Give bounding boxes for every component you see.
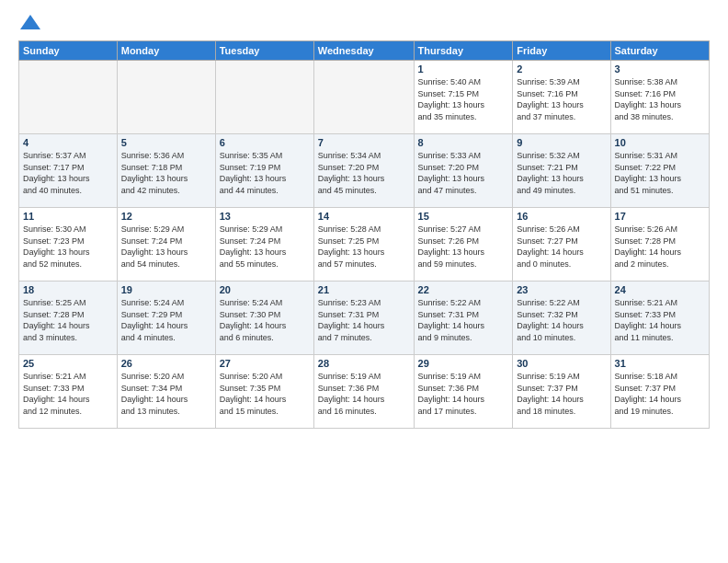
day-number: 20 xyxy=(220,284,310,295)
day-number: 23 xyxy=(517,284,606,295)
day-number: 14 xyxy=(318,211,410,222)
day-info: Sunrise: 5:39 AM Sunset: 7:16 PM Dayligh… xyxy=(517,76,606,122)
calendar-cell xyxy=(117,61,215,134)
week-row-4: 18Sunrise: 5:25 AM Sunset: 7:28 PM Dayli… xyxy=(19,282,710,355)
calendar: SundayMondayTuesdayWednesdayThursdayFrid… xyxy=(18,40,710,429)
week-row-1: 1Sunrise: 5:40 AM Sunset: 7:15 PM Daylig… xyxy=(19,61,710,134)
day-info: Sunrise: 5:21 AM Sunset: 7:33 PM Dayligh… xyxy=(23,371,113,417)
day-number: 4 xyxy=(23,137,113,148)
calendar-cell: 30Sunrise: 5:19 AM Sunset: 7:37 PM Dayli… xyxy=(513,355,610,429)
calendar-cell: 11Sunrise: 5:30 AM Sunset: 7:23 PM Dayli… xyxy=(19,208,118,282)
calendar-cell: 9Sunrise: 5:32 AM Sunset: 7:21 PM Daylig… xyxy=(513,134,610,208)
logo xyxy=(18,15,40,33)
day-info: Sunrise: 5:19 AM Sunset: 7:36 PM Dayligh… xyxy=(418,371,509,417)
day-info: Sunrise: 5:21 AM Sunset: 7:33 PM Dayligh… xyxy=(615,297,705,343)
calendar-cell: 5Sunrise: 5:36 AM Sunset: 7:18 PM Daylig… xyxy=(117,134,215,208)
calendar-cell: 19Sunrise: 5:24 AM Sunset: 7:29 PM Dayli… xyxy=(117,282,215,355)
weekday-header-sunday: Sunday xyxy=(19,41,118,61)
day-info: Sunrise: 5:18 AM Sunset: 7:37 PM Dayligh… xyxy=(615,371,705,417)
day-info: Sunrise: 5:34 AM Sunset: 7:20 PM Dayligh… xyxy=(318,150,410,196)
day-number: 18 xyxy=(23,284,113,295)
calendar-cell: 31Sunrise: 5:18 AM Sunset: 7:37 PM Dayli… xyxy=(610,355,709,429)
day-info: Sunrise: 5:38 AM Sunset: 7:16 PM Dayligh… xyxy=(615,76,705,122)
day-number: 3 xyxy=(615,63,705,75)
day-info: Sunrise: 5:30 AM Sunset: 7:23 PM Dayligh… xyxy=(23,224,113,270)
calendar-cell: 29Sunrise: 5:19 AM Sunset: 7:36 PM Dayli… xyxy=(414,355,513,429)
weekday-header-row: SundayMondayTuesdayWednesdayThursdayFrid… xyxy=(19,41,710,61)
day-number: 16 xyxy=(517,211,606,222)
logo-icon xyxy=(18,15,40,33)
day-number: 25 xyxy=(23,358,113,369)
calendar-cell: 27Sunrise: 5:20 AM Sunset: 7:35 PM Dayli… xyxy=(215,355,313,429)
day-number: 15 xyxy=(418,211,509,222)
day-number: 28 xyxy=(318,358,410,369)
calendar-cell: 15Sunrise: 5:27 AM Sunset: 7:26 PM Dayli… xyxy=(414,208,513,282)
day-info: Sunrise: 5:26 AM Sunset: 7:28 PM Dayligh… xyxy=(615,224,705,270)
calendar-cell: 21Sunrise: 5:23 AM Sunset: 7:31 PM Dayli… xyxy=(313,282,414,355)
day-info: Sunrise: 5:22 AM Sunset: 7:31 PM Dayligh… xyxy=(418,297,509,343)
calendar-cell: 14Sunrise: 5:28 AM Sunset: 7:25 PM Dayli… xyxy=(313,208,414,282)
calendar-cell xyxy=(215,61,313,134)
day-number: 21 xyxy=(318,284,410,295)
day-number: 9 xyxy=(517,137,606,148)
week-row-3: 11Sunrise: 5:30 AM Sunset: 7:23 PM Dayli… xyxy=(19,208,710,282)
day-info: Sunrise: 5:19 AM Sunset: 7:37 PM Dayligh… xyxy=(517,371,606,417)
calendar-cell: 8Sunrise: 5:33 AM Sunset: 7:20 PM Daylig… xyxy=(414,134,513,208)
day-info: Sunrise: 5:23 AM Sunset: 7:31 PM Dayligh… xyxy=(318,297,410,343)
calendar-cell: 2Sunrise: 5:39 AM Sunset: 7:16 PM Daylig… xyxy=(513,61,610,134)
week-row-2: 4Sunrise: 5:37 AM Sunset: 7:17 PM Daylig… xyxy=(19,134,710,208)
day-info: Sunrise: 5:32 AM Sunset: 7:21 PM Dayligh… xyxy=(517,150,606,196)
day-info: Sunrise: 5:28 AM Sunset: 7:25 PM Dayligh… xyxy=(318,224,410,270)
day-info: Sunrise: 5:26 AM Sunset: 7:27 PM Dayligh… xyxy=(517,224,606,270)
calendar-cell: 24Sunrise: 5:21 AM Sunset: 7:33 PM Dayli… xyxy=(610,282,709,355)
day-info: Sunrise: 5:22 AM Sunset: 7:32 PM Dayligh… xyxy=(517,297,606,343)
day-number: 30 xyxy=(517,358,606,369)
day-info: Sunrise: 5:24 AM Sunset: 7:29 PM Dayligh… xyxy=(121,297,211,343)
day-number: 2 xyxy=(517,63,606,75)
calendar-cell: 13Sunrise: 5:29 AM Sunset: 7:24 PM Dayli… xyxy=(215,208,313,282)
weekday-header-thursday: Thursday xyxy=(414,41,513,61)
day-number: 1 xyxy=(418,63,509,75)
calendar-cell xyxy=(313,61,414,134)
day-number: 7 xyxy=(318,137,410,148)
day-info: Sunrise: 5:20 AM Sunset: 7:34 PM Dayligh… xyxy=(121,371,211,417)
day-number: 29 xyxy=(418,358,509,369)
weekday-header-wednesday: Wednesday xyxy=(313,41,414,61)
day-number: 8 xyxy=(418,137,509,148)
day-number: 11 xyxy=(23,211,113,222)
day-info: Sunrise: 5:33 AM Sunset: 7:20 PM Dayligh… xyxy=(418,150,509,196)
calendar-cell: 10Sunrise: 5:31 AM Sunset: 7:22 PM Dayli… xyxy=(610,134,709,208)
day-number: 10 xyxy=(615,137,705,148)
weekday-header-saturday: Saturday xyxy=(610,41,709,61)
day-number: 6 xyxy=(220,137,310,148)
calendar-cell: 6Sunrise: 5:35 AM Sunset: 7:19 PM Daylig… xyxy=(215,134,313,208)
calendar-cell: 16Sunrise: 5:26 AM Sunset: 7:27 PM Dayli… xyxy=(513,208,610,282)
day-info: Sunrise: 5:19 AM Sunset: 7:36 PM Dayligh… xyxy=(318,371,410,417)
calendar-cell: 1Sunrise: 5:40 AM Sunset: 7:15 PM Daylig… xyxy=(414,61,513,134)
calendar-cell: 22Sunrise: 5:22 AM Sunset: 7:31 PM Dayli… xyxy=(414,282,513,355)
weekday-header-tuesday: Tuesday xyxy=(215,41,313,61)
day-info: Sunrise: 5:27 AM Sunset: 7:26 PM Dayligh… xyxy=(418,224,509,270)
day-info: Sunrise: 5:24 AM Sunset: 7:30 PM Dayligh… xyxy=(220,297,310,343)
header xyxy=(18,15,710,33)
page: SundayMondayTuesdayWednesdayThursdayFrid… xyxy=(0,0,728,563)
weekday-header-monday: Monday xyxy=(117,41,215,61)
calendar-cell: 18Sunrise: 5:25 AM Sunset: 7:28 PM Dayli… xyxy=(19,282,118,355)
day-number: 24 xyxy=(615,284,705,295)
day-info: Sunrise: 5:29 AM Sunset: 7:24 PM Dayligh… xyxy=(121,224,211,270)
calendar-cell: 4Sunrise: 5:37 AM Sunset: 7:17 PM Daylig… xyxy=(19,134,118,208)
weekday-header-friday: Friday xyxy=(513,41,610,61)
calendar-cell: 20Sunrise: 5:24 AM Sunset: 7:30 PM Dayli… xyxy=(215,282,313,355)
calendar-cell: 25Sunrise: 5:21 AM Sunset: 7:33 PM Dayli… xyxy=(19,355,118,429)
day-info: Sunrise: 5:31 AM Sunset: 7:22 PM Dayligh… xyxy=(615,150,705,196)
day-info: Sunrise: 5:20 AM Sunset: 7:35 PM Dayligh… xyxy=(220,371,310,417)
calendar-cell xyxy=(19,61,118,134)
day-number: 17 xyxy=(615,211,705,222)
svg-marker-0 xyxy=(20,15,40,29)
day-info: Sunrise: 5:29 AM Sunset: 7:24 PM Dayligh… xyxy=(220,224,310,270)
calendar-cell: 12Sunrise: 5:29 AM Sunset: 7:24 PM Dayli… xyxy=(117,208,215,282)
day-info: Sunrise: 5:37 AM Sunset: 7:17 PM Dayligh… xyxy=(23,150,113,196)
day-info: Sunrise: 5:25 AM Sunset: 7:28 PM Dayligh… xyxy=(23,297,113,343)
week-row-5: 25Sunrise: 5:21 AM Sunset: 7:33 PM Dayli… xyxy=(19,355,710,429)
day-number: 26 xyxy=(121,358,211,369)
